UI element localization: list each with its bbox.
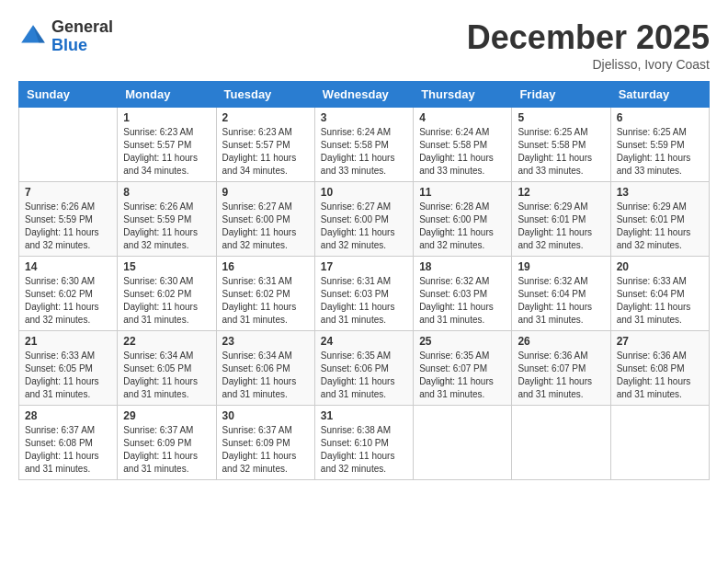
col-header-wednesday: Wednesday bbox=[314, 82, 413, 108]
calendar-cell: 31Sunrise: 6:38 AMSunset: 6:10 PMDayligh… bbox=[314, 406, 413, 480]
calendar-cell bbox=[414, 406, 512, 480]
calendar-cell bbox=[610, 406, 709, 480]
day-info: Sunrise: 6:29 AMSunset: 6:01 PMDaylight:… bbox=[617, 201, 703, 252]
day-number: 13 bbox=[617, 186, 703, 199]
day-number: 30 bbox=[222, 409, 309, 422]
calendar-cell: 26Sunrise: 6:36 AMSunset: 6:07 PMDayligh… bbox=[512, 331, 610, 406]
day-info: Sunrise: 6:25 AMSunset: 5:58 PMDaylight:… bbox=[518, 126, 604, 178]
day-info: Sunrise: 6:30 AMSunset: 6:02 PMDaylight:… bbox=[25, 275, 111, 327]
day-info: Sunrise: 6:36 AMSunset: 6:07 PMDaylight:… bbox=[518, 350, 604, 401]
day-number: 21 bbox=[25, 335, 111, 348]
title-block: December 2025 Djelisso, Ivory Coast bbox=[467, 18, 710, 72]
calendar-cell: 8Sunrise: 6:26 AMSunset: 5:59 PMDaylight… bbox=[118, 182, 216, 257]
calendar-cell: 30Sunrise: 6:37 AMSunset: 6:09 PMDayligh… bbox=[216, 406, 314, 480]
calendar-table: SundayMondayTuesdayWednesdayThursdayFrid… bbox=[18, 81, 710, 480]
day-info: Sunrise: 6:29 AMSunset: 6:01 PMDaylight:… bbox=[518, 201, 604, 252]
day-number: 18 bbox=[419, 260, 506, 273]
calendar-cell: 16Sunrise: 6:31 AMSunset: 6:02 PMDayligh… bbox=[216, 257, 314, 331]
day-number: 8 bbox=[123, 186, 210, 199]
calendar-cell: 3Sunrise: 6:24 AMSunset: 5:58 PMDaylight… bbox=[314, 108, 413, 182]
day-number: 27 bbox=[617, 335, 703, 348]
page-header: General Blue December 2025 Djelisso, Ivo… bbox=[18, 18, 710, 72]
day-info: Sunrise: 6:30 AMSunset: 6:02 PMDaylight:… bbox=[123, 275, 210, 327]
day-number: 31 bbox=[321, 409, 407, 422]
day-info: Sunrise: 6:34 AMSunset: 6:06 PMDaylight:… bbox=[222, 350, 309, 401]
day-number: 16 bbox=[222, 260, 309, 273]
day-info: Sunrise: 6:23 AMSunset: 5:57 PMDaylight:… bbox=[222, 126, 309, 178]
day-number: 7 bbox=[25, 186, 111, 199]
calendar-cell: 17Sunrise: 6:31 AMSunset: 6:03 PMDayligh… bbox=[314, 257, 413, 331]
calendar-cell: 25Sunrise: 6:35 AMSunset: 6:07 PMDayligh… bbox=[414, 331, 512, 406]
day-number: 15 bbox=[123, 260, 210, 273]
calendar-cell: 12Sunrise: 6:29 AMSunset: 6:01 PMDayligh… bbox=[512, 182, 610, 257]
day-number: 12 bbox=[518, 186, 604, 199]
day-number: 26 bbox=[518, 335, 604, 348]
day-info: Sunrise: 6:35 AMSunset: 6:06 PMDaylight:… bbox=[321, 350, 407, 401]
day-number: 9 bbox=[222, 186, 309, 199]
location: Djelisso, Ivory Coast bbox=[467, 57, 710, 72]
calendar-cell: 28Sunrise: 6:37 AMSunset: 6:08 PMDayligh… bbox=[19, 406, 118, 480]
day-info: Sunrise: 6:23 AMSunset: 5:57 PMDaylight:… bbox=[123, 126, 210, 178]
calendar-cell: 14Sunrise: 6:30 AMSunset: 6:02 PMDayligh… bbox=[19, 257, 118, 331]
day-info: Sunrise: 6:32 AMSunset: 6:04 PMDaylight:… bbox=[518, 275, 604, 327]
calendar-cell: 15Sunrise: 6:30 AMSunset: 6:02 PMDayligh… bbox=[118, 257, 216, 331]
calendar-cell: 9Sunrise: 6:27 AMSunset: 6:00 PMDaylight… bbox=[216, 182, 314, 257]
day-info: Sunrise: 6:26 AMSunset: 5:59 PMDaylight:… bbox=[123, 201, 210, 252]
logo: General Blue bbox=[18, 18, 113, 55]
day-info: Sunrise: 6:24 AMSunset: 5:58 PMDaylight:… bbox=[419, 126, 506, 178]
calendar-cell bbox=[19, 108, 118, 182]
day-number: 20 bbox=[617, 260, 703, 273]
calendar-cell: 24Sunrise: 6:35 AMSunset: 6:06 PMDayligh… bbox=[314, 331, 413, 406]
calendar-cell: 19Sunrise: 6:32 AMSunset: 6:04 PMDayligh… bbox=[512, 257, 610, 331]
day-info: Sunrise: 6:31 AMSunset: 6:03 PMDaylight:… bbox=[321, 275, 407, 327]
day-info: Sunrise: 6:36 AMSunset: 6:08 PMDaylight:… bbox=[617, 350, 703, 401]
col-header-sunday: Sunday bbox=[19, 82, 118, 108]
day-number: 19 bbox=[518, 260, 604, 273]
day-info: Sunrise: 6:28 AMSunset: 6:00 PMDaylight:… bbox=[419, 201, 506, 252]
day-number: 22 bbox=[123, 335, 210, 348]
day-info: Sunrise: 6:27 AMSunset: 6:00 PMDaylight:… bbox=[222, 201, 309, 252]
calendar-cell: 6Sunrise: 6:25 AMSunset: 5:59 PMDaylight… bbox=[610, 108, 709, 182]
calendar-cell: 29Sunrise: 6:37 AMSunset: 6:09 PMDayligh… bbox=[118, 406, 216, 480]
calendar-cell: 11Sunrise: 6:28 AMSunset: 6:00 PMDayligh… bbox=[414, 182, 512, 257]
logo-text: General Blue bbox=[51, 18, 113, 55]
col-header-tuesday: Tuesday bbox=[216, 82, 314, 108]
day-info: Sunrise: 6:37 AMSunset: 6:09 PMDaylight:… bbox=[222, 424, 309, 476]
day-number: 6 bbox=[617, 111, 703, 124]
day-number: 24 bbox=[321, 335, 407, 348]
day-number: 5 bbox=[518, 111, 604, 124]
calendar-cell: 2Sunrise: 6:23 AMSunset: 5:57 PMDaylight… bbox=[216, 108, 314, 182]
month-title: December 2025 bbox=[467, 18, 710, 57]
calendar-cell: 4Sunrise: 6:24 AMSunset: 5:58 PMDaylight… bbox=[414, 108, 512, 182]
day-number: 28 bbox=[25, 409, 111, 422]
calendar-cell: 18Sunrise: 6:32 AMSunset: 6:03 PMDayligh… bbox=[414, 257, 512, 331]
day-number: 17 bbox=[321, 260, 407, 273]
calendar-cell: 20Sunrise: 6:33 AMSunset: 6:04 PMDayligh… bbox=[610, 257, 709, 331]
day-number: 3 bbox=[321, 111, 407, 124]
day-info: Sunrise: 6:26 AMSunset: 5:59 PMDaylight:… bbox=[25, 201, 111, 252]
day-info: Sunrise: 6:35 AMSunset: 6:07 PMDaylight:… bbox=[419, 350, 506, 401]
logo-blue: Blue bbox=[51, 37, 113, 55]
col-header-saturday: Saturday bbox=[610, 82, 709, 108]
logo-icon bbox=[18, 22, 48, 52]
day-number: 14 bbox=[25, 260, 111, 273]
calendar-cell: 5Sunrise: 6:25 AMSunset: 5:58 PMDaylight… bbox=[512, 108, 610, 182]
day-info: Sunrise: 6:24 AMSunset: 5:58 PMDaylight:… bbox=[321, 126, 407, 178]
day-info: Sunrise: 6:34 AMSunset: 6:05 PMDaylight:… bbox=[123, 350, 210, 401]
day-number: 23 bbox=[222, 335, 309, 348]
calendar-cell: 13Sunrise: 6:29 AMSunset: 6:01 PMDayligh… bbox=[610, 182, 709, 257]
day-info: Sunrise: 6:31 AMSunset: 6:02 PMDaylight:… bbox=[222, 275, 309, 327]
logo-general: General bbox=[51, 18, 113, 37]
calendar-cell: 7Sunrise: 6:26 AMSunset: 5:59 PMDaylight… bbox=[19, 182, 118, 257]
day-info: Sunrise: 6:37 AMSunset: 6:08 PMDaylight:… bbox=[25, 424, 111, 476]
day-info: Sunrise: 6:25 AMSunset: 5:59 PMDaylight:… bbox=[617, 126, 703, 178]
calendar-cell bbox=[512, 406, 610, 480]
calendar-cell: 10Sunrise: 6:27 AMSunset: 6:00 PMDayligh… bbox=[314, 182, 413, 257]
day-number: 10 bbox=[321, 186, 407, 199]
day-info: Sunrise: 6:32 AMSunset: 6:03 PMDaylight:… bbox=[419, 275, 506, 327]
day-info: Sunrise: 6:27 AMSunset: 6:00 PMDaylight:… bbox=[321, 201, 407, 252]
col-header-thursday: Thursday bbox=[414, 82, 512, 108]
day-number: 29 bbox=[123, 409, 210, 422]
col-header-monday: Monday bbox=[118, 82, 216, 108]
day-number: 2 bbox=[222, 111, 309, 124]
